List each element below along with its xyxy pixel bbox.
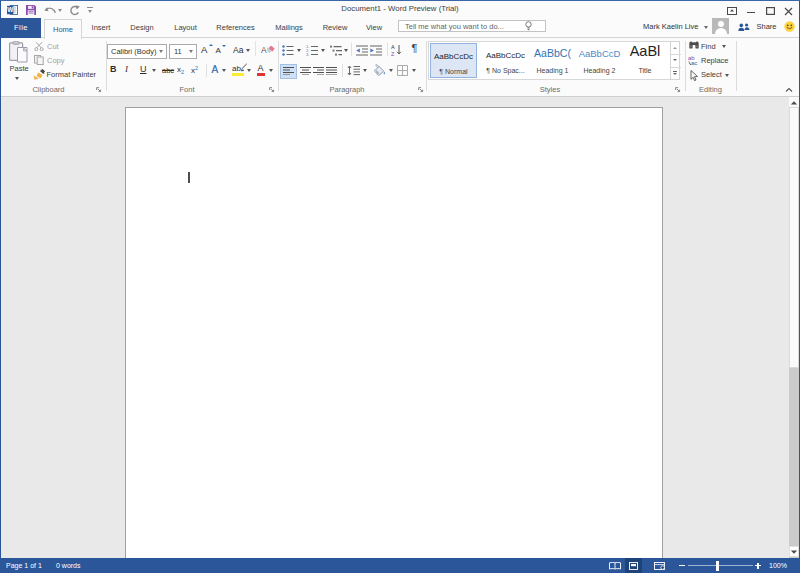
- svg-text:Z: Z: [391, 50, 395, 56]
- svg-text:A: A: [391, 44, 395, 50]
- svg-text:ac: ac: [691, 60, 697, 65]
- svg-text:3.: 3.: [306, 52, 309, 56]
